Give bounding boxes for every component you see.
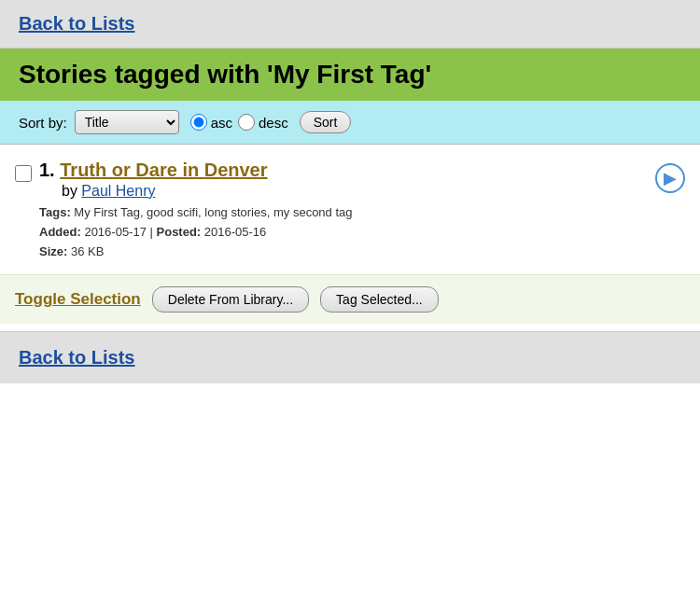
page-title: Stories tagged with 'My First Tag' <box>19 60 681 90</box>
asc-option[interactable]: asc <box>190 114 232 131</box>
story-meta: Tags: My First Tag, good scifi, long sto… <box>39 203 648 261</box>
sort-button[interactable]: Sort <box>300 111 352 133</box>
tags-value: My First Tag, good scifi, long stories, … <box>74 205 352 219</box>
story-author-link[interactable]: Paul Henry <box>81 183 155 199</box>
posted-date: 2016-05-16 <box>204 225 267 239</box>
asc-label: asc <box>211 115 232 131</box>
sort-bar: Sort by: TitleAuthorDate AddedDate Poste… <box>0 101 700 145</box>
story-item: 1. Truth or Dare in Denver by Paul Henry… <box>15 160 685 261</box>
story-number-title: 1. Truth or Dare in Denver <box>39 160 648 181</box>
size-value: 36 KB <box>71 244 104 258</box>
posted-label: Posted: <box>157 225 202 239</box>
sort-direction-group: asc desc <box>190 114 288 131</box>
action-bar: Toggle Selection Delete From Library... … <box>0 274 700 324</box>
arrow-circle-icon: ▶ <box>655 163 685 193</box>
added-label: Added: <box>39 225 81 239</box>
asc-radio[interactable] <box>190 114 207 131</box>
sort-by-label: Sort by: <box>19 115 67 131</box>
added-date: 2016-05-17 <box>84 225 147 239</box>
bottom-navigation: Back to Lists <box>0 331 700 383</box>
story-author-line: by Paul Henry <box>62 183 648 200</box>
story-list: 1. Truth or Dare in Denver by Paul Henry… <box>0 145 700 274</box>
delete-from-library-button[interactable]: Delete From Library... <box>152 286 309 313</box>
story-arrow-button[interactable]: ▶ <box>655 163 685 193</box>
story-checkbox[interactable] <box>15 165 32 182</box>
top-back-to-lists-link[interactable]: Back to Lists <box>19 13 134 34</box>
bottom-back-to-lists-link[interactable]: Back to Lists <box>19 347 134 368</box>
separator: | <box>150 225 157 239</box>
desc-radio[interactable] <box>238 114 255 131</box>
story-number: 1. <box>39 160 55 180</box>
tags-label: Tags: <box>39 205 71 219</box>
toggle-selection-link[interactable]: Toggle Selection <box>15 290 141 309</box>
top-navigation: Back to Lists <box>0 0 700 49</box>
desc-label: desc <box>259 115 288 131</box>
desc-option[interactable]: desc <box>238 114 288 131</box>
tag-selected-button[interactable]: Tag Selected... <box>320 286 439 313</box>
page-header: Stories tagged with 'My First Tag' <box>0 49 700 101</box>
story-title-link[interactable]: Truth or Dare in Denver <box>60 160 267 180</box>
sort-select[interactable]: TitleAuthorDate AddedDate PostedSize <box>75 110 179 134</box>
story-content: 1. Truth or Dare in Denver by Paul Henry… <box>39 160 648 261</box>
size-label: Size: <box>39 244 67 258</box>
